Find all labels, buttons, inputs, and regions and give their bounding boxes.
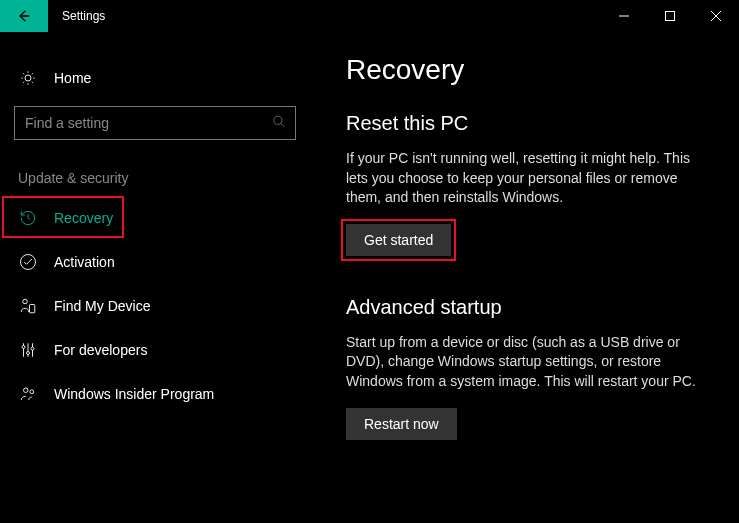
sidebar-item-label: Recovery — [54, 210, 113, 226]
activation-icon — [18, 252, 38, 272]
svg-point-16 — [24, 388, 29, 393]
advanced-heading: Advanced startup — [346, 296, 713, 319]
minimize-button[interactable] — [601, 0, 647, 32]
search-input[interactable] — [14, 106, 296, 140]
back-button[interactable] — [0, 0, 48, 32]
sidebar-section-label: Update & security — [0, 140, 310, 196]
reset-description: If your PC isn't running well, resetting… — [346, 149, 713, 208]
reset-heading: Reset this PC — [346, 112, 713, 135]
sidebar-home-label: Home — [54, 70, 91, 86]
search-icon — [272, 115, 286, 132]
sidebar-item-home[interactable]: Home — [0, 58, 310, 98]
find-device-icon — [18, 296, 38, 316]
svg-point-17 — [30, 390, 34, 394]
close-button[interactable] — [693, 0, 739, 32]
svg-point-14 — [27, 352, 30, 355]
insider-icon — [18, 384, 38, 404]
page-title: Recovery — [346, 54, 713, 86]
main-content: Recovery Reset this PC If your PC isn't … — [310, 32, 739, 523]
developers-icon — [18, 340, 38, 360]
home-icon — [18, 68, 38, 88]
sidebar-item-insider[interactable]: Windows Insider Program — [0, 372, 310, 416]
svg-point-4 — [25, 75, 31, 81]
svg-point-15 — [31, 347, 34, 350]
sidebar-item-label: Activation — [54, 254, 115, 270]
window-title: Settings — [48, 0, 105, 32]
svg-point-5 — [274, 116, 282, 124]
search-wrapper — [14, 106, 296, 140]
sidebar-item-label: Find My Device — [54, 298, 150, 314]
svg-rect-1 — [666, 12, 675, 21]
maximize-button[interactable] — [647, 0, 693, 32]
svg-rect-9 — [30, 305, 35, 313]
svg-point-7 — [21, 255, 36, 270]
svg-point-13 — [22, 346, 25, 349]
sidebar-item-activation[interactable]: Activation — [0, 240, 310, 284]
sidebar-item-label: Windows Insider Program — [54, 386, 214, 402]
get-started-button[interactable]: Get started — [346, 224, 451, 256]
sidebar-item-for-developers[interactable]: For developers — [0, 328, 310, 372]
svg-point-8 — [23, 299, 28, 304]
sidebar: Home Update & security Recovery Activati… — [0, 32, 310, 523]
svg-line-6 — [281, 123, 285, 127]
recovery-icon — [18, 208, 38, 228]
sidebar-item-recovery[interactable]: Recovery — [0, 196, 310, 240]
sidebar-item-label: For developers — [54, 342, 147, 358]
titlebar: Settings — [0, 0, 739, 32]
sidebar-item-find-my-device[interactable]: Find My Device — [0, 284, 310, 328]
restart-now-button[interactable]: Restart now — [346, 408, 457, 440]
advanced-description: Start up from a device or disc (such as … — [346, 333, 713, 392]
